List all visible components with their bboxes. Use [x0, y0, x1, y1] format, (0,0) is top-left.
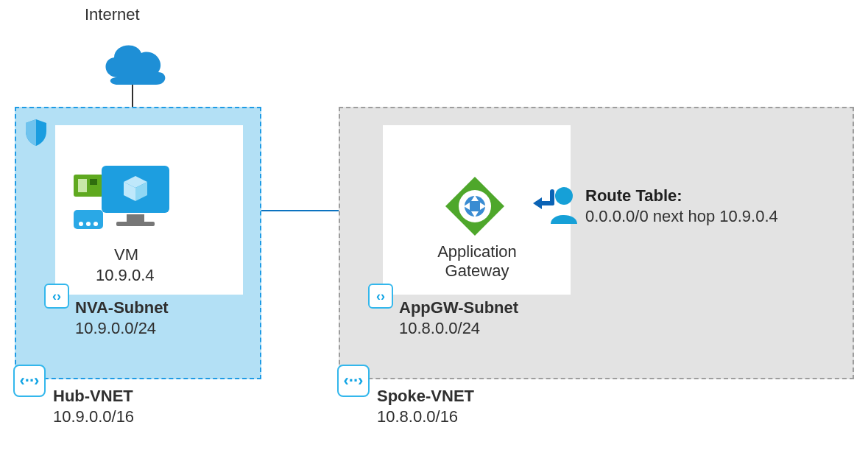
internet-label: Internet [85, 4, 140, 25]
svg-rect-5 [116, 222, 155, 226]
svg-text:‹··›: ‹··› [344, 371, 364, 390]
spoke-vnet-name: Spoke-VNET [377, 386, 474, 407]
svg-marker-23 [533, 197, 542, 209]
appgw-subnet-name: AppGW-Subnet [399, 298, 518, 318]
hub-vnet-name: Hub-VNET [53, 386, 133, 407]
vnet-badge-icon: ‹··› [13, 365, 46, 397]
vnet-badge-icon: ‹··› [337, 365, 370, 397]
appgw-label-line2: Gateway [429, 261, 525, 281]
svg-text:‹··›: ‹··› [20, 371, 40, 390]
application-gateway-icon [442, 173, 508, 239]
hub-vnet-cidr: 10.9.0.0/16 [53, 407, 134, 427]
svg-point-22 [555, 187, 573, 205]
spoke-vnet-cidr: 10.8.0.0/16 [377, 407, 458, 427]
subnet-badge-icon: ‹› [44, 284, 69, 309]
svg-point-11 [86, 222, 91, 226]
svg-point-10 [79, 222, 83, 226]
route-table-icon [530, 181, 582, 227]
vm-icon [74, 166, 184, 247]
route-table-title: Route Table: [585, 186, 682, 206]
nva-subnet-name: NVA-Subnet [75, 298, 169, 318]
appgw-label-line1: Application [429, 242, 525, 262]
svg-text:‹›: ‹› [52, 289, 61, 303]
nva-subnet-cidr: 10.9.0.0/24 [75, 318, 156, 339]
svg-rect-1 [78, 179, 87, 192]
cloud-icon [96, 37, 169, 88]
appgw-subnet-cidr: 10.8.0.0/24 [399, 318, 480, 339]
vm-ip: 10.9.0.4 [96, 265, 155, 286]
shield-icon [24, 118, 49, 147]
svg-point-12 [93, 222, 98, 226]
route-table-entry: 0.0.0.0/0 next hop 10.9.0.4 [585, 206, 778, 227]
vm-title: VM [114, 245, 138, 265]
svg-rect-9 [74, 210, 103, 229]
svg-text:‹›: ‹› [376, 289, 385, 303]
subnet-badge-icon: ‹› [368, 284, 393, 309]
svg-rect-4 [127, 214, 144, 222]
svg-rect-2 [90, 179, 97, 185]
